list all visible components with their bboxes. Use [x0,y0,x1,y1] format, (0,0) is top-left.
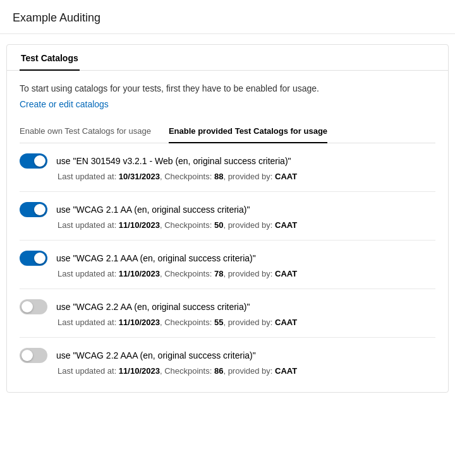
catalog-row: use "EN 301549 v3.2.1 - Web (en, origina… [20,153,435,169]
main-card: Test Catalogs To start using catalogs fo… [6,44,449,393]
catalog-toggle-1[interactable] [20,153,47,169]
catalog-toggle-4[interactable] [20,299,47,314]
catalog-label: use "WCAG 2.1 AAA (en, original success … [56,253,256,263]
tab-test-catalogs[interactable]: Test Catalogs [20,45,80,71]
catalog-meta: Last updated at: 11/10/2023, Checkpoints… [58,318,435,327]
tabs: Test Catalogs [7,45,448,71]
catalog-row: use "WCAG 2.1 AAA (en, original success … [20,251,435,266]
catalog-row: use "WCAG 2.1 AA (en, original success c… [20,202,435,217]
catalog-item: use "WCAG 2.1 AAA (en, original success … [20,241,435,289]
subtab-provided[interactable]: Enable provided Test Catalogs for usage [169,120,327,143]
catalog-toggle-3[interactable] [20,251,47,266]
catalog-row: use "WCAG 2.2 AAA (en, original success … [20,348,435,363]
create-edit-link[interactable]: Create or edit catalogs [20,99,109,109]
catalog-item: use "EN 301549 v3.2.1 - Web (en, origina… [20,143,435,192]
catalog-row: use "WCAG 2.2 AA (en, original success c… [20,299,435,314]
catalog-meta: Last updated at: 10/31/2023, Checkpoints… [58,172,435,181]
app-title: Example Auditing [0,0,455,34]
catalog-meta: Last updated at: 11/10/2023, Checkpoints… [58,366,435,376]
subtab-own[interactable]: Enable own Test Catalogs for usage [20,120,151,143]
catalog-item: use "WCAG 2.2 AA (en, original success c… [20,289,435,338]
catalog-label: use "WCAG 2.2 AA (en, original success c… [56,302,250,312]
catalog-item: use "WCAG 2.2 AAA (en, original success … [20,338,435,386]
subtabs: Enable own Test Catalogs for usage Enabl… [20,119,435,143]
catalog-label: use "EN 301549 v3.2.1 - Web (en, origina… [56,156,291,166]
description-text: To start using catalogs for your tests, … [20,82,435,95]
catalog-label: use "WCAG 2.2 AAA (en, original success … [56,350,256,360]
card-body: To start using catalogs for your tests, … [7,71,448,392]
catalog-toggle-2[interactable] [20,202,47,217]
catalog-meta: Last updated at: 11/10/2023, Checkpoints… [58,220,435,230]
catalog-item: use "WCAG 2.1 AA (en, original success c… [20,192,435,241]
catalog-toggle-5[interactable] [20,348,47,363]
catalog-label: use "WCAG 2.1 AA (en, original success c… [56,205,250,215]
catalog-list: use "EN 301549 v3.2.1 - Web (en, origina… [20,143,435,386]
catalog-meta: Last updated at: 11/10/2023, Checkpoints… [58,269,435,278]
